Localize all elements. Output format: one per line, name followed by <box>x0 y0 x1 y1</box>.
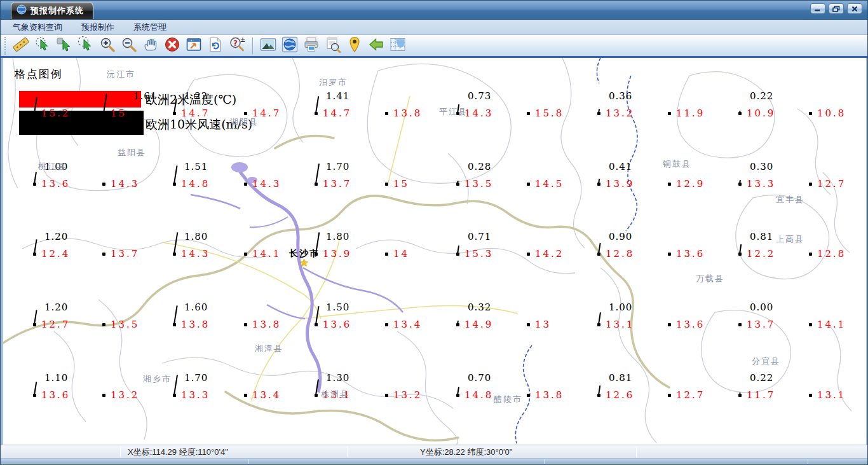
status-divider <box>347 447 348 457</box>
toolbar-grid-select-button[interactable] <box>388 36 408 56</box>
toolbar-back-arrow-button[interactable] <box>366 36 386 56</box>
point-temperature-value: 12.7 <box>41 319 70 330</box>
toolbar-print-preview-button[interactable] <box>323 36 343 56</box>
toolbar-select-box-button[interactable] <box>54 36 74 56</box>
menu-item-系统管理[interactable]: 系统管理 <box>124 20 176 34</box>
print-icon <box>303 36 320 55</box>
point-dot-icon <box>809 394 812 397</box>
point-temperature-value: 14.3 <box>252 178 281 190</box>
toolbar-zoom-out-button[interactable] <box>119 36 139 56</box>
point-temperature-value: 13.2 <box>111 389 139 401</box>
app-title-tab: 预报制作系统 <box>11 2 93 19</box>
toolbar-select-circle-button[interactable] <box>76 36 96 56</box>
point-wind-value: 1.20 <box>44 231 68 242</box>
point-temperature-value: 13.7 <box>111 248 139 260</box>
point-temperature-value: 13.7 <box>747 319 775 330</box>
point-temperature-value: 14 <box>393 248 409 260</box>
toolbar-measure-ruler-button[interactable] <box>11 36 31 56</box>
point-temperature-value: 13.1 <box>606 319 634 330</box>
toolbar-print-button[interactable] <box>301 36 322 56</box>
point-dot-icon <box>244 253 247 256</box>
city-label-宜丰县: 宜丰县 <box>776 194 804 205</box>
point-temperature-value: 15.3 <box>465 248 493 260</box>
toolbar-grip-handle[interactable] <box>4 37 8 55</box>
point-wind-value: 0.32 <box>468 302 491 313</box>
status-divider <box>120 447 121 457</box>
zoom-in-icon <box>99 36 116 55</box>
point-wind-value: 1.50 <box>326 302 349 313</box>
toolbar-refresh-page-button[interactable] <box>205 36 226 56</box>
app-globe-icon <box>17 4 27 17</box>
point-temperature-value: 14.2 <box>535 248 564 260</box>
point-temperature-value: 11.7 <box>747 389 775 401</box>
point-wind-value: 0.36 <box>609 90 632 102</box>
city-label-株洲县: 株洲县 <box>321 389 349 400</box>
point-temperature-value: 14.5 <box>535 178 564 190</box>
select-circle-icon <box>78 36 94 55</box>
toolbar-identify-help-button[interactable]: ?± <box>227 36 247 56</box>
close-button[interactable] <box>847 3 862 14</box>
point-dot-icon <box>244 183 247 186</box>
point-dot-icon <box>738 323 742 326</box>
toolbar-export-image-button[interactable] <box>258 36 278 56</box>
point-dot-icon <box>102 253 105 256</box>
menu-item-气象资料查询[interactable]: 气象资料查询 <box>3 20 72 34</box>
point-temperature-value: 13.2 <box>393 389 422 401</box>
point-wind-value: 1.51 <box>184 161 208 172</box>
point-temperature-value: 14.3 <box>111 178 139 190</box>
measure-ruler-icon <box>13 36 29 55</box>
point-wind-value: 1.80 <box>326 231 349 242</box>
point-dot-icon <box>244 394 247 397</box>
point-dot-icon <box>102 394 105 397</box>
toolbar-globe-view-button[interactable] <box>280 36 300 56</box>
app-title: 预报制作系统 <box>31 5 84 17</box>
point-wind-value: 1.70 <box>184 372 208 384</box>
pan-hand-icon <box>142 36 159 55</box>
point-wind-value: 0.73 <box>468 90 491 102</box>
point-dot-icon <box>385 112 388 115</box>
point-wind-value: 0.30 <box>750 161 773 172</box>
toolbar-stop-button[interactable] <box>162 36 182 56</box>
city-label-平江县: 平江县 <box>439 106 468 118</box>
point-dot-icon <box>668 394 671 397</box>
close-icon <box>851 6 858 12</box>
point-temperature-value: 12.8 <box>817 248 846 260</box>
toolbar-locate-pin-button[interactable] <box>344 36 365 56</box>
point-wind-value: 1.70 <box>326 161 349 172</box>
zoom-out-icon <box>121 36 137 55</box>
point-dot-icon <box>385 394 388 397</box>
minimize-button[interactable] <box>810 3 825 14</box>
point-wind-value: 1.61 <box>133 90 157 102</box>
stop-icon <box>164 36 180 55</box>
point-wind-value: 0.00 <box>750 302 773 313</box>
title-bar: 预报制作系统 <box>1 1 867 20</box>
point-dot-icon <box>102 183 105 186</box>
identify-help-icon: ?± <box>229 36 245 55</box>
point-dot-icon <box>385 183 388 186</box>
point-temperature-value: 12.8 <box>606 248 634 260</box>
minimize-icon <box>814 6 822 11</box>
point-temperature-value: 12.7 <box>817 178 846 190</box>
point-dot-icon <box>385 323 388 326</box>
toolbar-zoom-in-button[interactable] <box>97 36 118 56</box>
point-temperature-value: 13.6 <box>41 389 70 401</box>
city-label-沅江市: 沅江市 <box>107 69 135 80</box>
toolbar-pan-hand-button[interactable] <box>140 36 161 56</box>
toolbar-select-feature-button[interactable] <box>32 36 53 56</box>
point-dot-icon <box>102 323 105 326</box>
menu-item-预报制作[interactable]: 预报制作 <box>72 20 124 34</box>
toolbar: ?± <box>1 35 867 58</box>
point-temperature-value: 13.5 <box>465 178 493 190</box>
export-image-icon <box>260 36 276 55</box>
toolbar-full-extent-button[interactable] <box>184 36 204 56</box>
print-preview-icon <box>325 36 341 55</box>
city-label-分宜县: 分宜县 <box>752 356 780 367</box>
point-temperature-value: 13.1 <box>817 389 846 401</box>
map-area[interactable]: 格点图例 欧洲2米温度(℃)欧洲10米风速(m/s) 15.2151.6114.… <box>1 58 868 445</box>
point-wind-value: 0.28 <box>468 161 491 172</box>
window-controls <box>810 3 862 14</box>
point-temperature-value: 14.7 <box>181 108 210 119</box>
point-wind-value: 0.90 <box>609 231 632 242</box>
point-temperature-value: 14.9 <box>465 319 493 330</box>
restore-button[interactable] <box>829 3 844 14</box>
